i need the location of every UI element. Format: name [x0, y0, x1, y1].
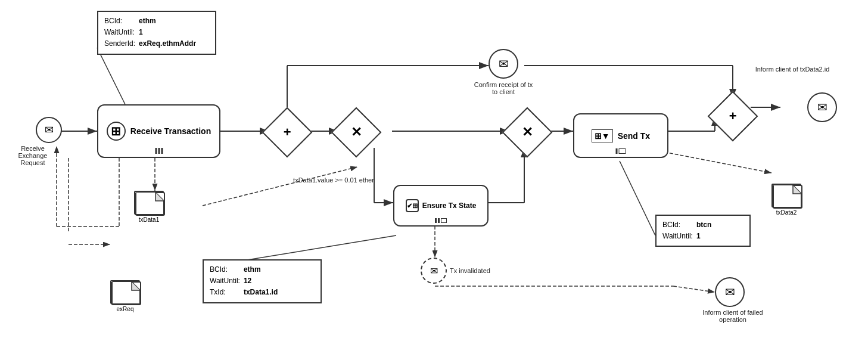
svg-line-14: [673, 286, 715, 292]
doc-icon-3: [111, 281, 141, 305]
doc-icon-2: [773, 185, 802, 209]
annotation2-txid-val: txData1.id: [244, 287, 281, 298]
annotation3-waituntil-val: 1: [696, 231, 715, 242]
ensure-tx-state-task: ✔⊞ Ensure Tx State: [393, 185, 489, 227]
inform-client-failed-label: Inform client of failed operation: [691, 309, 774, 323]
annotation2-bcid-label: BCId:: [210, 264, 244, 275]
annotation-ethm-ensure: BCId: ethm WaitUntil: 12 TxId: txData1.i…: [203, 259, 322, 303]
tx-invalidated-event: ✉: [421, 258, 447, 284]
annotation2-bcid-val: ethm: [244, 264, 281, 275]
svg-line-23: [203, 167, 357, 206]
svg-line-31: [620, 161, 655, 235]
annotation1-bcid-label: BCId:: [104, 15, 139, 27]
tx-condition-label: txData1.value >= 0.01 ether: [292, 176, 375, 184]
annotation3-bcid-label: BCId:: [662, 219, 696, 231]
inform-client-txdata2-event: ✉: [807, 92, 837, 122]
txdata1-document: txData1: [134, 191, 164, 215]
receive-transaction-task: ⊞ Receive Transaction: [97, 104, 220, 158]
txdata2-label: txData2: [776, 209, 797, 216]
annotation3-waituntil-label: WaitUntil:: [662, 231, 696, 242]
ensure-tx-icon: ✔⊞: [406, 199, 419, 212]
exreq-document: exReq: [110, 280, 140, 304]
confirm-receipt-event: ✉: [489, 49, 518, 79]
annotation2-txid-label: TxId:: [210, 287, 244, 298]
invalidated-envelope-icon: ✉: [430, 265, 438, 277]
confirm-envelope-icon: ✉: [499, 57, 509, 71]
multi-instance-icon: ⊞: [107, 122, 126, 141]
inform-envelope-icon: ✉: [817, 100, 827, 114]
failed-envelope-icon: ✉: [725, 285, 735, 299]
envelope-icon: ✉: [45, 123, 54, 137]
annotation2-waituntil-val: 12: [244, 275, 281, 287]
svg-line-29: [97, 48, 125, 104]
annotation1-waituntil-label: WaitUntil:: [104, 27, 139, 38]
send-tx-icon: ⊞▼: [592, 129, 613, 142]
txdata2-document: txData2: [771, 184, 801, 207]
ensure-tx-state-label: Ensure Tx State: [422, 201, 477, 210]
parallel-gateway-2: +: [715, 98, 751, 134]
xor-gateway-1: ✕: [338, 114, 374, 150]
annotation-btcn-send: BCId: btcn WaitUntil: 1: [655, 215, 751, 247]
x-icon-1: ✕: [351, 125, 362, 140]
inform-client-txdata2-label: Inform client of txData2.id: [754, 66, 831, 73]
svg-line-21: [664, 152, 771, 173]
annotation2-waituntil-label: WaitUntil:: [210, 275, 244, 287]
annotation1-bcid-val: ethm: [139, 15, 200, 27]
annotation1-waituntil-val: 1: [139, 27, 200, 38]
send-tx-label: Send Tx: [618, 131, 650, 141]
inform-client-failed-event: ✉: [715, 277, 745, 307]
receive-exchange-request-event: ✉: [36, 117, 62, 143]
annotation-ethm-receive: BCId: ethm WaitUntil: 1 SenderId: exReq.…: [97, 11, 216, 55]
confirm-receipt-label: Confirm receipt of tx to client: [471, 81, 536, 95]
doc-icon: [135, 192, 165, 216]
x-icon-2: ✕: [522, 125, 533, 140]
plus-icon: +: [284, 125, 291, 140]
annotation3-bcid-val: btcn: [696, 219, 715, 231]
xor-gateway-2: ✕: [509, 114, 545, 150]
send-tx-task: ⊞▼ Send Tx: [573, 113, 668, 158]
receive-transaction-label: Receive Transaction: [130, 126, 211, 136]
exreq-label: exReq: [117, 306, 134, 312]
diagram-canvas: ✉ Receive Exchange Request ⊞ Receive Tra…: [0, 0, 868, 338]
annotation1-senderid-val: exReq.ethmAddr: [139, 38, 200, 49]
receive-exchange-request-label: Receive Exchange Request: [6, 145, 60, 166]
annotation1-senderid-label: SenderId:: [104, 38, 139, 49]
plus-icon-2: +: [729, 108, 737, 124]
tx-invalidated-label: Tx invalidated: [450, 267, 490, 274]
txdata1-label: txData1: [139, 216, 159, 223]
parallel-gateway-1: +: [269, 114, 305, 150]
